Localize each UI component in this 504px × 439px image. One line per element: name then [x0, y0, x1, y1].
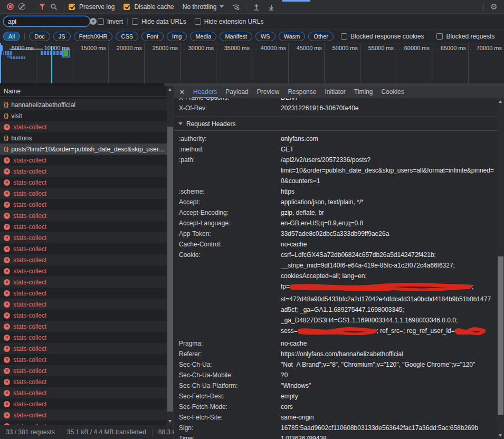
filter-pill-fetch-xhr[interactable]: Fetch/XHR — [74, 32, 113, 41]
request-row[interactable]: ✕stats-collect — [0, 177, 167, 188]
failed-request-icon: ✕ — [4, 379, 10, 385]
request-list-panel: Name {:}init{:}hannahelizabethofficial{:… — [0, 86, 174, 439]
filter-pill-manifest[interactable]: Manifest — [220, 32, 252, 41]
request-row[interactable]: ✕stats-collect — [0, 243, 167, 254]
request-row[interactable]: ✕stats-collect — [0, 398, 167, 409]
request-list-scrollbar[interactable] — [167, 86, 174, 425]
request-row[interactable]: ✕stats-collect — [0, 365, 167, 376]
scrollbar-thumb[interactable] — [498, 256, 503, 415]
request-row[interactable]: ✕stats-collect — [0, 354, 167, 365]
tab-cookies[interactable]: Cookies — [377, 86, 408, 98]
cookie-line: fp=; — [281, 281, 497, 294]
scroll-up-icon[interactable] — [499, 100, 502, 103]
request-row[interactable]: ✕stats-collect — [0, 310, 167, 321]
tab-preview[interactable]: Preview — [253, 86, 284, 98]
header-value: 202312261916-30670fa40e — [281, 103, 497, 113]
clear-filter-icon[interactable]: ✕ — [90, 18, 97, 25]
throttling-dropdown[interactable]: No throttling — [182, 3, 224, 11]
request-row[interactable]: {:}buttons — [0, 132, 167, 144]
details-scrollbar[interactable] — [497, 98, 504, 439]
more-filters-checkbox-2[interactable]: Blocked requests — [436, 33, 495, 40]
tab-response[interactable]: Response — [283, 86, 320, 98]
request-row[interactable]: ✕stats-collect — [0, 155, 167, 166]
request-row[interactable]: ✕stats-collect — [0, 288, 167, 299]
filter-pill-css[interactable]: CSS — [116, 32, 138, 41]
header-row: Cookie:csrf=LdfcGX4Sa72db06824c657db26a5… — [174, 250, 497, 338]
scroll-down-icon[interactable] — [499, 434, 502, 437]
filter-pill-wasm[interactable]: Wasm — [279, 32, 306, 41]
scroll-down-icon[interactable] — [168, 420, 172, 423]
clear-network-log-button[interactable] — [16, 1, 27, 13]
request-row[interactable]: ✕stats-collect — [0, 387, 167, 398]
request-name: stats-collect — [13, 334, 46, 341]
request-row[interactable]: ✕stats-collect — [0, 121, 167, 132]
request-row[interactable]: ✕stats-collect — [0, 343, 167, 354]
request-row[interactable]: {:}visit — [0, 110, 167, 121]
hide-data-urls-checkbox[interactable]: Hide data URLs — [132, 18, 186, 25]
download-icon — [268, 3, 275, 11]
filter-toggle-button[interactable] — [36, 1, 48, 13]
search-button[interactable] — [48, 1, 60, 13]
request-row[interactable]: ✕stats-collect — [0, 332, 167, 343]
request-row[interactable]: ✕stats-collect — [0, 188, 167, 199]
request-name: stats-collect — [13, 412, 46, 419]
request-row[interactable]: ✕stats-collect — [0, 221, 167, 232]
more-filters-checkbox-1[interactable]: Blocked response cookies — [341, 33, 424, 40]
request-row[interactable]: ✕stats-collect — [0, 299, 167, 310]
request-row[interactable]: ✕stats-collect — [0, 254, 167, 265]
scrollbar-thumb[interactable] — [167, 127, 173, 412]
header-name: X-Of-Rev: — [179, 103, 281, 113]
network-conditions-button[interactable] — [230, 1, 242, 13]
tab-headers[interactable]: Headers — [189, 86, 221, 98]
active-tab-indicator — [282, 0, 310, 2]
overview-timeline[interactable]: 5000 ms10000 ms15000 ms20000 ms25000 ms3… — [0, 43, 504, 83]
record-network-log-button[interactable] — [4, 1, 16, 13]
disable-cache-checkbox[interactable]: Disable cache — [123, 3, 174, 11]
request-row[interactable]: ✕stats-collect — [0, 265, 167, 276]
tab-initiator[interactable]: Initiator — [320, 86, 349, 98]
checkbox-box — [132, 18, 138, 25]
filter-pill-font[interactable]: Font — [141, 32, 164, 41]
name-column-header[interactable]: Name — [0, 86, 167, 97]
tab-payload[interactable]: Payload — [221, 86, 252, 98]
filter-pill-media[interactable]: Media — [190, 32, 216, 41]
header-name: Accept-Encoding: — [179, 207, 281, 218]
filter-pill-img[interactable]: Img — [167, 32, 187, 41]
request-row[interactable]: {:}posts?limit=10&order=publish_date_des… — [0, 144, 167, 155]
export-har-button[interactable] — [265, 1, 277, 13]
filter-pill-other[interactable]: Other — [308, 32, 334, 41]
request-name: stats-collect — [13, 234, 46, 242]
filter-pill-js[interactable]: JS — [53, 32, 71, 41]
invert-checkbox[interactable]: Invert — [98, 18, 123, 25]
request-name: stats-collect — [13, 168, 46, 175]
request-row[interactable]: ✕stats-collect — [0, 321, 167, 332]
preserve-log-checkbox[interactable]: Preserve log — [69, 3, 115, 11]
scroll-up-icon[interactable] — [168, 88, 172, 91]
hide-extension-urls-checkbox[interactable]: Hide extension URLs — [195, 18, 264, 25]
checkbox-label: Blocked response cookies — [350, 33, 424, 40]
header-name: Cookie: — [179, 250, 281, 338]
filter-input[interactable] — [8, 18, 90, 25]
request-row[interactable]: ✕stats-collect — [0, 421, 167, 425]
filter-pill-doc[interactable]: Doc — [29, 32, 50, 41]
request-row[interactable]: {:}hannahelizabethofficial — [0, 99, 167, 110]
request-row[interactable]: ✕stats-collect — [0, 276, 167, 288]
request-row[interactable]: ✕stats-collect — [0, 199, 167, 210]
network-settings-button[interactable]: ⚙ — [488, 1, 500, 13]
request-row[interactable]: ✕stats-collect — [0, 376, 167, 387]
header-name: Sec-Fetch-Site: — [179, 412, 281, 423]
close-details-button[interactable]: ✕ — [175, 88, 189, 96]
tab-timing[interactable]: Timing — [350, 86, 377, 98]
request-row[interactable]: ✕stats-collect — [0, 210, 167, 221]
request-headers-section[interactable]: Request Headers — [174, 117, 497, 131]
import-har-button[interactable] — [251, 1, 262, 13]
header-name: :path: — [179, 155, 281, 186]
request-row[interactable]: ✕stats-collect — [0, 166, 167, 177]
filter-pill-ws[interactable]: WS — [255, 32, 275, 41]
failed-request-icon: ✕ — [4, 357, 10, 363]
request-row[interactable]: ✕stats-collect — [0, 232, 167, 243]
request-row[interactable]: ✕stats-collect — [0, 409, 167, 421]
header-value: csrf=LdfcGX4Sa72db06824c657db26a5d142472… — [281, 250, 497, 338]
filter-pill-all[interactable]: All — [3, 32, 20, 41]
request-name: stats-collect — [13, 356, 46, 364]
